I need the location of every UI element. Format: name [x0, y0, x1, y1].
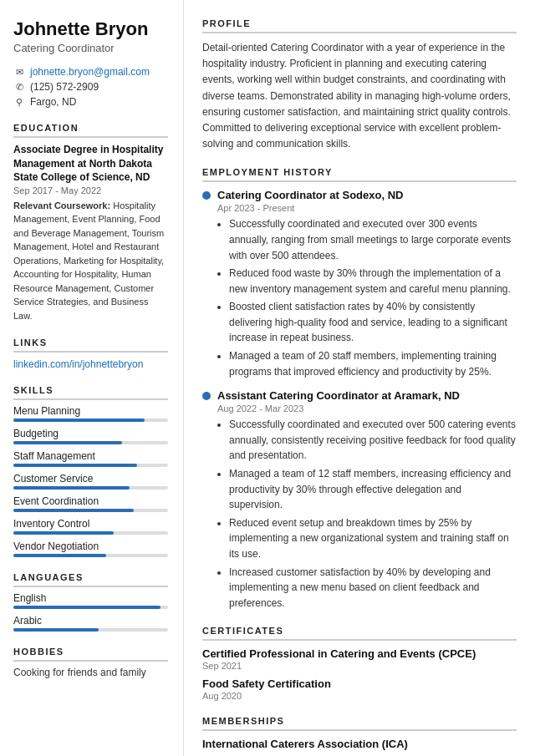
coursework-label: Relevant Coursework:: [13, 200, 110, 211]
contact-phone: ✆ (125) 572-2909: [13, 81, 168, 93]
employment-section-title: EMPLOYMENT HISTORY: [202, 167, 517, 182]
skill-bar-bg: [13, 486, 168, 490]
cert-name: Certified Professional in Catering and E…: [202, 647, 517, 660]
skill-item: Vendor Negotiation: [13, 540, 168, 557]
skill-item: Customer Service: [13, 473, 168, 490]
job-entry: Catering Coordinator at Sodexo, ND Apr 2…: [202, 189, 517, 379]
skill-label: Inventory Control: [13, 518, 168, 530]
job-bullet: Successfully coordinated and executed ov…: [229, 417, 517, 464]
skill-label: Menu Planning: [13, 405, 168, 417]
education-dates: Sep 2017 - May 2022: [13, 185, 168, 195]
job-dates: Aug 2022 - Mar 2023: [217, 403, 517, 414]
job-bullets-list: Successfully coordinated and executed ov…: [217, 417, 517, 611]
language-bar-bg: [13, 606, 168, 609]
resume-container: Johnette Bryon Catering Coordinator ✉ jo…: [0, 0, 535, 756]
skills-list: Menu Planning Budgeting Staff Management…: [13, 405, 168, 557]
job-bullets-list: Successfully coordinated and executed ov…: [217, 216, 517, 379]
job-header: Catering Coordinator at Sodexo, ND: [202, 189, 517, 201]
links-section-title: LINKS: [13, 337, 168, 353]
candidate-title: Catering Coordinator: [13, 42, 168, 54]
skill-bar-bg: [13, 531, 168, 535]
email-link[interactable]: johnette.bryon@gmail.com: [30, 66, 150, 78]
cert-name: Food Safety Certification: [202, 677, 517, 690]
skill-bar-bg: [13, 441, 168, 444]
job-title-name: Assistant Catering Coordinator at Aramar…: [217, 389, 460, 402]
skill-item: Staff Management: [13, 450, 168, 467]
jobs-list: Catering Coordinator at Sodexo, ND Apr 2…: [202, 189, 517, 611]
hobbies-section-title: HOBBIES: [13, 647, 168, 662]
job-bullet: Increased customer satisfaction by 40% b…: [229, 565, 517, 611]
skill-bar-fill: [13, 509, 134, 512]
languages-section-title: LANGUAGES: [13, 572, 168, 587]
skill-bar-fill: [13, 419, 145, 422]
contact-email: ✉ johnette.bryon@gmail.com: [13, 66, 168, 78]
job-bullet: Successfully coordinated and executed ov…: [229, 216, 517, 263]
profile-text: Detail-oriented Catering Coordinator wit…: [202, 40, 517, 152]
education-section-title: EDUCATION: [13, 123, 168, 138]
job-dates: Apr 2023 - Present: [217, 203, 517, 213]
language-item: English: [13, 592, 168, 609]
email-icon: ✉: [13, 67, 25, 78]
hobbies-text: Cooking for friends and family: [13, 667, 168, 678]
cert-date: Sep 2021: [202, 661, 517, 671]
language-bar-bg: [13, 628, 168, 632]
skill-label: Staff Management: [13, 450, 168, 462]
location-icon: ⚲: [13, 97, 25, 108]
job-bullet: Reduced food waste by 30% through the im…: [229, 266, 517, 297]
certificate-item: Certified Professional in Catering and E…: [202, 647, 517, 671]
language-label: English: [13, 592, 168, 604]
memberships-section-title: MEMBERSHIPS: [202, 716, 517, 731]
skill-bar-fill: [13, 441, 122, 444]
language-item: Arabic: [13, 615, 168, 632]
job-bullet: Managed a team of 20 staff members, impl…: [229, 348, 517, 379]
skill-bar-fill: [13, 531, 114, 535]
job-header: Assistant Catering Coordinator at Aramar…: [202, 389, 517, 402]
skill-bar-fill: [13, 554, 106, 557]
contact-section: ✉ johnette.bryon@gmail.com ✆ (125) 572-2…: [13, 66, 168, 108]
skill-item: Budgeting: [13, 428, 168, 444]
contact-location: ⚲ Fargo, ND: [13, 96, 168, 108]
education-degree: Associate Degree in Hospitality Manageme…: [13, 143, 168, 184]
location-text: Fargo, ND: [30, 96, 76, 108]
phone-icon: ✆: [13, 82, 25, 93]
membership-item: International Caterers Association (ICA): [202, 738, 517, 750]
certificates-list: Certified Professional in Catering and E…: [202, 647, 517, 701]
job-bullet: Reduced event setup and breakdown times …: [229, 515, 517, 562]
education-coursework: Relevant Coursework: Hospitality Managem…: [13, 199, 168, 323]
coursework-text: Hospitality Management, Event Planning, …: [13, 200, 164, 321]
skill-bar-bg: [13, 554, 168, 557]
job-entry: Assistant Catering Coordinator at Aramar…: [202, 389, 517, 611]
job-bullet: Managed a team of 12 staff members, incr…: [229, 466, 517, 513]
language-bar-fill: [13, 628, 99, 632]
language-label: Arabic: [13, 615, 168, 627]
profile-section-title: PROFILE: [202, 18, 517, 33]
main-content: PROFILE Detail-oriented Catering Coordin…: [184, 0, 535, 756]
linkedin-link[interactable]: linkedin.com/in/johnettebryon: [13, 358, 168, 370]
skill-bar-fill: [13, 464, 137, 467]
candidate-name: Johnette Bryon: [13, 18, 168, 40]
skill-label: Vendor Negotiation: [13, 540, 168, 552]
skill-label: Event Coordination: [13, 495, 168, 507]
certificate-item: Food Safety Certification Aug 2020: [202, 677, 517, 701]
skill-bar-bg: [13, 509, 168, 512]
skill-item: Event Coordination: [13, 495, 168, 512]
education-section: Associate Degree in Hospitality Manageme…: [13, 143, 168, 322]
job-dot: [202, 392, 211, 400]
skill-bar-fill: [13, 486, 130, 490]
skill-bar-bg: [13, 464, 168, 467]
skill-bar-bg: [13, 419, 168, 422]
skills-section-title: SKILLS: [13, 385, 168, 400]
cert-date: Aug 2020: [202, 691, 517, 701]
job-title-name: Catering Coordinator at Sodexo, ND: [217, 189, 403, 201]
language-bar-fill: [13, 606, 160, 609]
skill-item: Menu Planning: [13, 405, 168, 422]
skill-item: Inventory Control: [13, 518, 168, 535]
phone-number: (125) 572-2909: [30, 81, 99, 93]
linkedin-anchor[interactable]: linkedin.com/in/johnettebryon: [13, 358, 143, 370]
skill-label: Budgeting: [13, 428, 168, 439]
sidebar: Johnette Bryon Catering Coordinator ✉ jo…: [0, 0, 184, 756]
memberships-list: International Caterers Association (ICA)…: [202, 738, 517, 756]
job-bullet: Boosted client satisfaction rates by 40%…: [229, 299, 517, 346]
languages-list: English Arabic: [13, 592, 168, 632]
certificates-section-title: CERTIFICATES: [202, 626, 517, 641]
